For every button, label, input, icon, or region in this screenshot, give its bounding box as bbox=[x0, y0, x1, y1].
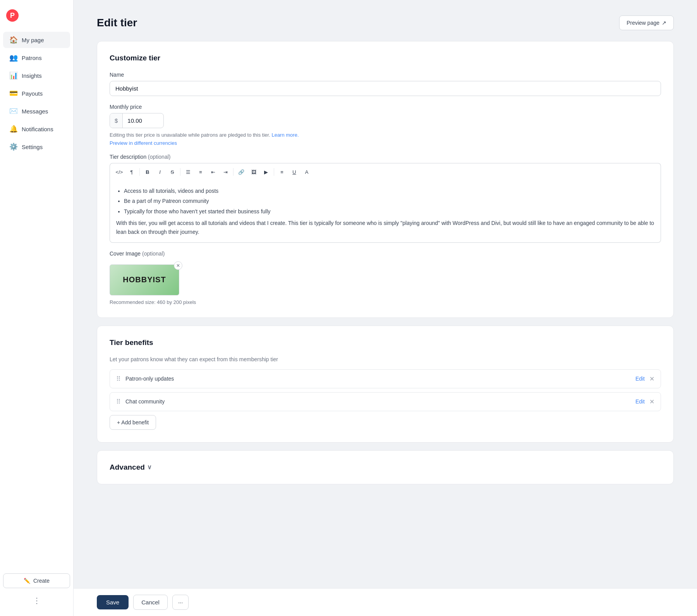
benefit-actions-0: Edit ✕ bbox=[635, 375, 654, 383]
price-wrapper: $ bbox=[110, 113, 164, 128]
toolbar-image-btn[interactable]: 🖼 bbox=[248, 166, 259, 177]
tier-benefits-subtitle: Let your patrons know what they can expe… bbox=[110, 356, 661, 362]
preview-page-button[interactable]: Preview page ↗ bbox=[619, 15, 674, 30]
benefit-left-0: ⠿ Patron-only updates bbox=[116, 375, 174, 383]
cover-image-preview: HOBBYIST bbox=[110, 264, 179, 295]
app-logo: P bbox=[0, 6, 73, 31]
sidebar-more-dots[interactable]: ⋮ bbox=[0, 591, 73, 610]
benefit-edit-btn-1[interactable]: Edit bbox=[635, 398, 645, 405]
toolbar-divider-4 bbox=[274, 168, 274, 176]
name-section: Name bbox=[110, 72, 661, 96]
name-label: Name bbox=[110, 72, 661, 78]
benefit-edit-btn-0[interactable]: Edit bbox=[635, 376, 645, 382]
sidebar-item-notifications[interactable]: 🔔 Notifications bbox=[3, 121, 70, 137]
price-input[interactable] bbox=[123, 113, 154, 128]
sidebar: P 🏠 My page 👥 Patrons 📊 Insights 💳 Payou… bbox=[0, 0, 74, 616]
payouts-icon: 💳 bbox=[9, 89, 18, 98]
cover-image-text: HOBBYIST bbox=[123, 275, 166, 284]
preview-currencies-link[interactable]: Preview in different currencies bbox=[110, 140, 661, 146]
home-icon: 🏠 bbox=[9, 36, 18, 44]
sidebar-item-my-page[interactable]: 🏠 My page bbox=[3, 32, 70, 48]
toolbar-ordered-list-btn[interactable]: ≡ bbox=[195, 166, 206, 177]
settings-icon: ⚙️ bbox=[9, 142, 18, 151]
patreon-logo-icon: P bbox=[6, 9, 19, 22]
save-button[interactable]: Save bbox=[97, 595, 129, 609]
advanced-section-header[interactable]: Advanced ∨ bbox=[110, 463, 661, 472]
toolbar-strikethrough-btn[interactable]: S bbox=[167, 166, 178, 177]
toolbar-paragraph-btn[interactable]: ¶ bbox=[126, 166, 137, 177]
page-header: Edit tier Preview page ↗ bbox=[97, 15, 674, 30]
add-benefit-button[interactable]: + Add benefit bbox=[110, 415, 156, 430]
cover-image-section: Cover Image (optional) HOBBYIST ✕ Recomm… bbox=[110, 251, 661, 305]
monthly-price-label: Monthly price bbox=[110, 104, 661, 110]
toolbar-bold-btn[interactable]: B bbox=[142, 166, 153, 177]
benefit-item-1: ⠿ Chat community Edit ✕ bbox=[110, 392, 661, 411]
name-input[interactable] bbox=[110, 81, 661, 96]
customize-tier-card: Customize tier Name Monthly price $ Edit… bbox=[97, 41, 674, 318]
toolbar-font-color-btn[interactable]: A bbox=[301, 166, 312, 177]
toolbar-divider-2 bbox=[180, 168, 180, 176]
benefit-left-1: ⠿ Chat community bbox=[116, 398, 165, 405]
description-bullet-1: Access to all tutorials, videos and post… bbox=[124, 187, 654, 195]
patrons-icon: 👥 bbox=[9, 53, 18, 62]
description-paragraph: With this tier, you will get access to a… bbox=[116, 219, 654, 236]
editor-content[interactable]: Access to all tutorials, videos and post… bbox=[110, 180, 661, 243]
description-bullet-2: Be a part of my Patreon community bbox=[124, 197, 654, 205]
sidebar-item-messages[interactable]: ✉️ Messages bbox=[3, 103, 70, 119]
cover-image-wrapper: HOBBYIST ✕ bbox=[110, 264, 179, 295]
sidebar-item-payouts[interactable]: 💳 Payouts bbox=[3, 85, 70, 101]
cover-image-label: Cover Image (optional) bbox=[110, 251, 661, 257]
customize-tier-title: Customize tier bbox=[110, 54, 661, 62]
chevron-down-icon: ∨ bbox=[147, 463, 152, 471]
footer-actions: Save Cancel ··· bbox=[74, 588, 697, 616]
drag-handle-icon-0[interactable]: ⠿ bbox=[116, 375, 121, 383]
drag-handle-icon-1[interactable]: ⠿ bbox=[116, 398, 121, 405]
toolbar-link-btn[interactable]: 🔗 bbox=[236, 166, 247, 177]
cover-image-hint: Recommended size: 460 by 200 pixels bbox=[110, 299, 661, 305]
benefit-remove-btn-0[interactable]: ✕ bbox=[649, 375, 654, 383]
description-bullet-3: Typically for those who haven't yet star… bbox=[124, 207, 654, 216]
notifications-icon: 🔔 bbox=[9, 125, 18, 133]
toolbar-indent-btn[interactable]: ⇥ bbox=[220, 166, 231, 177]
toolbar-italic-btn[interactable]: I bbox=[155, 166, 165, 177]
benefit-remove-btn-1[interactable]: ✕ bbox=[649, 398, 654, 405]
toolbar-code-btn[interactable]: </> bbox=[114, 166, 125, 177]
advanced-card: Advanced ∨ bbox=[97, 450, 674, 484]
insights-icon: 📊 bbox=[9, 71, 18, 80]
description-section: Tier description (optional) </> ¶ B I S … bbox=[110, 154, 661, 243]
toolbar-divider-3 bbox=[233, 168, 233, 176]
sidebar-item-patrons[interactable]: 👥 Patrons bbox=[3, 50, 70, 66]
toolbar-underline-btn[interactable]: U bbox=[289, 166, 300, 177]
benefit-actions-1: Edit ✕ bbox=[635, 398, 654, 405]
learn-more-link[interactable]: Learn more. bbox=[271, 132, 299, 138]
editor-toolbar: </> ¶ B I S ☰ ≡ ⇤ ⇥ 🔗 🖼 ▶ ≡ U A bbox=[110, 163, 661, 180]
cover-image-remove-btn[interactable]: ✕ bbox=[174, 261, 182, 270]
benefit-item-0: ⠿ Patron-only updates Edit ✕ bbox=[110, 369, 661, 388]
toolbar-outdent-btn[interactable]: ⇤ bbox=[208, 166, 218, 177]
page-title: Edit tier bbox=[97, 17, 137, 29]
sidebar-item-settings[interactable]: ⚙️ Settings bbox=[3, 139, 70, 155]
main-content: Edit tier Preview page ↗ Customize tier … bbox=[74, 0, 697, 616]
messages-icon: ✉️ bbox=[9, 107, 18, 115]
description-label: Tier description (optional) bbox=[110, 154, 661, 160]
benefit-name-1: Chat community bbox=[125, 398, 165, 405]
cancel-button[interactable]: Cancel bbox=[133, 595, 168, 610]
sidebar-bottom: ✏️ Create bbox=[0, 570, 73, 591]
benefit-name-0: Patron-only updates bbox=[125, 376, 174, 382]
tier-benefits-card: Tier benefits Let your patrons know what… bbox=[97, 326, 674, 443]
more-options-button[interactable]: ··· bbox=[172, 595, 189, 610]
toolbar-divider-1 bbox=[139, 168, 140, 176]
tier-benefits-title: Tier benefits bbox=[110, 338, 661, 347]
sidebar-item-insights[interactable]: 📊 Insights bbox=[3, 67, 70, 84]
toolbar-video-btn[interactable]: ▶ bbox=[261, 166, 271, 177]
currency-symbol: $ bbox=[110, 113, 123, 128]
toolbar-align-btn[interactable]: ≡ bbox=[276, 166, 287, 177]
create-icon: ✏️ bbox=[24, 578, 30, 584]
monthly-price-section: Monthly price $ Editing this tier price … bbox=[110, 104, 661, 146]
toolbar-bullet-list-btn[interactable]: ☰ bbox=[183, 166, 194, 177]
create-button[interactable]: ✏️ Create bbox=[3, 573, 70, 588]
external-link-icon: ↗ bbox=[662, 20, 666, 26]
price-note: Editing this tier price is unavailable w… bbox=[110, 132, 661, 138]
